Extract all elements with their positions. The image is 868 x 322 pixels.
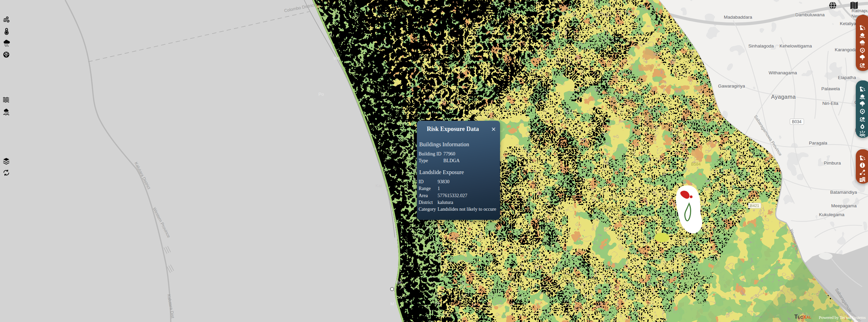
svg-text:Po: Po <box>318 92 324 97</box>
svg-text:Dandigoda: Dandigoda <box>616 215 638 221</box>
svg-text:Band: Band <box>401 8 411 13</box>
svg-text:B421: B421 <box>750 204 759 208</box>
svg-text:Withanagama: Withanagama <box>769 70 797 75</box>
svg-text:Dambuluwana: Dambuluwana <box>795 12 825 17</box>
svg-text:Pimbura: Pimbura <box>824 160 841 166</box>
svg-text:Udugalakanda: Udugalakanda <box>671 54 700 59</box>
svg-text:Batamandiya: Batamandiya <box>830 190 857 195</box>
svg-text:Meepagama: Meepagama <box>831 203 857 208</box>
svg-text:C: C <box>860 117 863 121</box>
svg-text:Wa: Wa <box>333 56 340 61</box>
svg-text:Kukulegama: Kukulegama <box>819 212 845 217</box>
svg-text:Ka: Ka <box>371 146 376 151</box>
svg-text:B034: B034 <box>792 119 801 124</box>
svg-text:Paragala: Paragala <box>809 140 828 146</box>
svg-text:Palawela: Palawela <box>821 86 840 91</box>
svg-text:Kehelowitigama: Kehelowitigama <box>779 43 812 49</box>
svg-text:Agalawatta: Agalawatta <box>593 205 620 210</box>
svg-text:Kat: Kat <box>375 183 382 188</box>
svg-text:Horawala: Horawala <box>562 274 581 279</box>
svg-text:Madabaddara: Madabaddara <box>724 15 752 20</box>
svg-text:Be: Be <box>396 280 402 285</box>
svg-text:B584: B584 <box>691 162 701 167</box>
svg-text:Elapatha: Elapatha <box>838 75 856 80</box>
svg-text:C: C <box>860 63 863 67</box>
svg-text:M: M <box>390 301 394 306</box>
svg-text:Ayagama: Ayagama <box>771 94 796 100</box>
svg-text:Sinhalagoda: Sinhalagoda <box>748 43 774 49</box>
svg-text:Niri-Ella: Niri-Ella <box>822 101 838 106</box>
svg-text:Baduraliya: Baduraliya <box>677 233 703 239</box>
svg-text:Karangoda: Karangoda <box>835 47 857 52</box>
svg-text:Gawaragiriya: Gawaragiriya <box>718 83 745 89</box>
